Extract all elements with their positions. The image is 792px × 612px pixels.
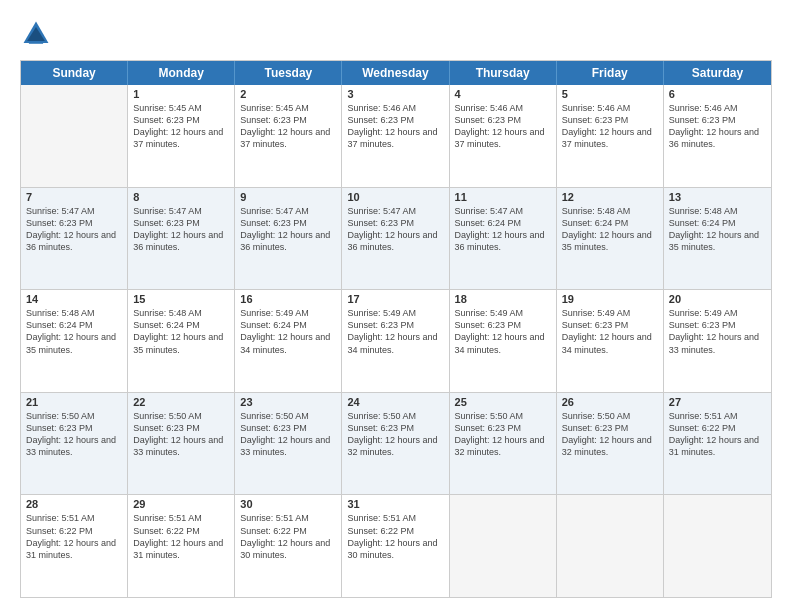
- calendar-row-3: 14Sunrise: 5:48 AM Sunset: 6:24 PM Dayli…: [21, 289, 771, 392]
- day-number: 10: [347, 191, 443, 203]
- day-number: 13: [669, 191, 766, 203]
- day-info: Sunrise: 5:46 AM Sunset: 6:23 PM Dayligh…: [455, 102, 551, 151]
- day-info: Sunrise: 5:46 AM Sunset: 6:23 PM Dayligh…: [347, 102, 443, 151]
- day-info: Sunrise: 5:45 AM Sunset: 6:23 PM Dayligh…: [133, 102, 229, 151]
- day-cell-5: 5Sunrise: 5:46 AM Sunset: 6:23 PM Daylig…: [557, 85, 664, 187]
- day-info: Sunrise: 5:51 AM Sunset: 6:22 PM Dayligh…: [133, 512, 229, 561]
- day-cell-17: 17Sunrise: 5:49 AM Sunset: 6:23 PM Dayli…: [342, 290, 449, 392]
- day-info: Sunrise: 5:50 AM Sunset: 6:23 PM Dayligh…: [133, 410, 229, 459]
- day-info: Sunrise: 5:51 AM Sunset: 6:22 PM Dayligh…: [669, 410, 766, 459]
- day-number: 2: [240, 88, 336, 100]
- day-info: Sunrise: 5:50 AM Sunset: 6:23 PM Dayligh…: [347, 410, 443, 459]
- day-cell-7: 7Sunrise: 5:47 AM Sunset: 6:23 PM Daylig…: [21, 188, 128, 290]
- calendar-row-5: 28Sunrise: 5:51 AM Sunset: 6:22 PM Dayli…: [21, 494, 771, 597]
- day-info: Sunrise: 5:47 AM Sunset: 6:23 PM Dayligh…: [26, 205, 122, 254]
- day-cell-13: 13Sunrise: 5:48 AM Sunset: 6:24 PM Dayli…: [664, 188, 771, 290]
- day-number: 8: [133, 191, 229, 203]
- day-number: 9: [240, 191, 336, 203]
- day-number: 17: [347, 293, 443, 305]
- day-cell-8: 8Sunrise: 5:47 AM Sunset: 6:23 PM Daylig…: [128, 188, 235, 290]
- day-number: 15: [133, 293, 229, 305]
- day-cell-16: 16Sunrise: 5:49 AM Sunset: 6:24 PM Dayli…: [235, 290, 342, 392]
- day-cell-6: 6Sunrise: 5:46 AM Sunset: 6:23 PM Daylig…: [664, 85, 771, 187]
- day-cell-29: 29Sunrise: 5:51 AM Sunset: 6:22 PM Dayli…: [128, 495, 235, 597]
- day-cell-12: 12Sunrise: 5:48 AM Sunset: 6:24 PM Dayli…: [557, 188, 664, 290]
- day-cell-2: 2Sunrise: 5:45 AM Sunset: 6:23 PM Daylig…: [235, 85, 342, 187]
- day-info: Sunrise: 5:47 AM Sunset: 6:23 PM Dayligh…: [347, 205, 443, 254]
- day-cell-22: 22Sunrise: 5:50 AM Sunset: 6:23 PM Dayli…: [128, 393, 235, 495]
- day-number: 5: [562, 88, 658, 100]
- day-number: 25: [455, 396, 551, 408]
- day-cell-11: 11Sunrise: 5:47 AM Sunset: 6:24 PM Dayli…: [450, 188, 557, 290]
- weekday-header-saturday: Saturday: [664, 61, 771, 85]
- day-cell-14: 14Sunrise: 5:48 AM Sunset: 6:24 PM Dayli…: [21, 290, 128, 392]
- day-cell-31: 31Sunrise: 5:51 AM Sunset: 6:22 PM Dayli…: [342, 495, 449, 597]
- weekday-header-sunday: Sunday: [21, 61, 128, 85]
- day-cell-19: 19Sunrise: 5:49 AM Sunset: 6:23 PM Dayli…: [557, 290, 664, 392]
- day-cell-23: 23Sunrise: 5:50 AM Sunset: 6:23 PM Dayli…: [235, 393, 342, 495]
- day-info: Sunrise: 5:51 AM Sunset: 6:22 PM Dayligh…: [240, 512, 336, 561]
- weekday-header-tuesday: Tuesday: [235, 61, 342, 85]
- day-number: 14: [26, 293, 122, 305]
- day-number: 22: [133, 396, 229, 408]
- day-info: Sunrise: 5:47 AM Sunset: 6:23 PM Dayligh…: [133, 205, 229, 254]
- weekday-header-monday: Monday: [128, 61, 235, 85]
- weekday-header-wednesday: Wednesday: [342, 61, 449, 85]
- day-number: 31: [347, 498, 443, 510]
- day-cell-24: 24Sunrise: 5:50 AM Sunset: 6:23 PM Dayli…: [342, 393, 449, 495]
- day-cell-21: 21Sunrise: 5:50 AM Sunset: 6:23 PM Dayli…: [21, 393, 128, 495]
- day-info: Sunrise: 5:49 AM Sunset: 6:23 PM Dayligh…: [562, 307, 658, 356]
- weekday-header-thursday: Thursday: [450, 61, 557, 85]
- logo: [20, 18, 56, 50]
- day-info: Sunrise: 5:46 AM Sunset: 6:23 PM Dayligh…: [562, 102, 658, 151]
- day-info: Sunrise: 5:50 AM Sunset: 6:23 PM Dayligh…: [455, 410, 551, 459]
- day-number: 29: [133, 498, 229, 510]
- day-number: 27: [669, 396, 766, 408]
- day-cell-3: 3Sunrise: 5:46 AM Sunset: 6:23 PM Daylig…: [342, 85, 449, 187]
- empty-cell: [450, 495, 557, 597]
- day-number: 23: [240, 396, 336, 408]
- empty-cell: [557, 495, 664, 597]
- day-cell-25: 25Sunrise: 5:50 AM Sunset: 6:23 PM Dayli…: [450, 393, 557, 495]
- day-number: 11: [455, 191, 551, 203]
- day-number: 26: [562, 396, 658, 408]
- calendar-header: SundayMondayTuesdayWednesdayThursdayFrid…: [21, 61, 771, 85]
- empty-cell: [664, 495, 771, 597]
- day-info: Sunrise: 5:49 AM Sunset: 6:24 PM Dayligh…: [240, 307, 336, 356]
- day-info: Sunrise: 5:49 AM Sunset: 6:23 PM Dayligh…: [455, 307, 551, 356]
- day-info: Sunrise: 5:50 AM Sunset: 6:23 PM Dayligh…: [562, 410, 658, 459]
- calendar-row-1: 1Sunrise: 5:45 AM Sunset: 6:23 PM Daylig…: [21, 85, 771, 187]
- day-cell-1: 1Sunrise: 5:45 AM Sunset: 6:23 PM Daylig…: [128, 85, 235, 187]
- day-info: Sunrise: 5:51 AM Sunset: 6:22 PM Dayligh…: [347, 512, 443, 561]
- day-cell-10: 10Sunrise: 5:47 AM Sunset: 6:23 PM Dayli…: [342, 188, 449, 290]
- day-number: 3: [347, 88, 443, 100]
- day-info: Sunrise: 5:50 AM Sunset: 6:23 PM Dayligh…: [240, 410, 336, 459]
- day-number: 30: [240, 498, 336, 510]
- day-number: 6: [669, 88, 766, 100]
- day-number: 28: [26, 498, 122, 510]
- page: SundayMondayTuesdayWednesdayThursdayFrid…: [0, 0, 792, 612]
- day-info: Sunrise: 5:48 AM Sunset: 6:24 PM Dayligh…: [26, 307, 122, 356]
- logo-icon: [20, 18, 52, 50]
- day-number: 20: [669, 293, 766, 305]
- day-info: Sunrise: 5:48 AM Sunset: 6:24 PM Dayligh…: [562, 205, 658, 254]
- calendar-body: 1Sunrise: 5:45 AM Sunset: 6:23 PM Daylig…: [21, 85, 771, 597]
- day-info: Sunrise: 5:48 AM Sunset: 6:24 PM Dayligh…: [669, 205, 766, 254]
- day-cell-9: 9Sunrise: 5:47 AM Sunset: 6:23 PM Daylig…: [235, 188, 342, 290]
- day-number: 16: [240, 293, 336, 305]
- day-cell-26: 26Sunrise: 5:50 AM Sunset: 6:23 PM Dayli…: [557, 393, 664, 495]
- svg-rect-2: [29, 41, 43, 44]
- day-cell-4: 4Sunrise: 5:46 AM Sunset: 6:23 PM Daylig…: [450, 85, 557, 187]
- day-info: Sunrise: 5:46 AM Sunset: 6:23 PM Dayligh…: [669, 102, 766, 151]
- day-info: Sunrise: 5:47 AM Sunset: 6:24 PM Dayligh…: [455, 205, 551, 254]
- weekday-header-friday: Friday: [557, 61, 664, 85]
- day-cell-28: 28Sunrise: 5:51 AM Sunset: 6:22 PM Dayli…: [21, 495, 128, 597]
- day-info: Sunrise: 5:45 AM Sunset: 6:23 PM Dayligh…: [240, 102, 336, 151]
- header: [20, 18, 772, 50]
- day-cell-15: 15Sunrise: 5:48 AM Sunset: 6:24 PM Dayli…: [128, 290, 235, 392]
- empty-cell: [21, 85, 128, 187]
- day-cell-18: 18Sunrise: 5:49 AM Sunset: 6:23 PM Dayli…: [450, 290, 557, 392]
- day-info: Sunrise: 5:49 AM Sunset: 6:23 PM Dayligh…: [669, 307, 766, 356]
- day-info: Sunrise: 5:48 AM Sunset: 6:24 PM Dayligh…: [133, 307, 229, 356]
- day-number: 12: [562, 191, 658, 203]
